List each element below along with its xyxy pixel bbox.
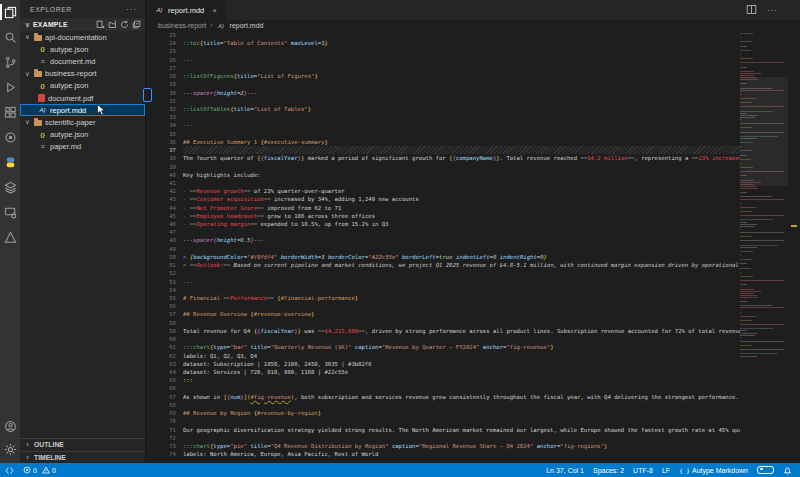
code-line-33[interactable]: 33 xyxy=(146,113,800,121)
tree-item-business-report[interactable]: ∨business-report xyxy=(20,68,145,80)
tree-item-paper-md[interactable]: paper.md xyxy=(20,141,145,153)
code-line-67[interactable]: 67As shown in [{num}](#fig-revenue), bot… xyxy=(146,393,800,401)
code-line-35[interactable]: 35 xyxy=(146,130,800,138)
code-line-34[interactable]: 34--- xyxy=(146,121,800,129)
language-mode-status[interactable]: { } Autype Markdown xyxy=(679,467,748,474)
code-line-45[interactable]: 45- ==Employee headcount== grew to 186 a… xyxy=(146,212,800,220)
tree-item-autype-json[interactable]: autype.json xyxy=(20,80,145,92)
settings-gear-icon[interactable] xyxy=(2,441,18,457)
minimap-slider[interactable] xyxy=(740,77,788,186)
cursor-position-status[interactable]: Ln 37, Col 1 xyxy=(546,467,584,474)
code-line-70[interactable]: 70 xyxy=(146,417,800,425)
search-icon[interactable] xyxy=(2,29,18,45)
code-editor[interactable]: 2324::toc{title="Table of Contents" maxL… xyxy=(146,31,800,463)
python-icon[interactable] xyxy=(2,154,18,170)
tree-item-document-md[interactable]: document.md xyxy=(20,55,145,67)
outline-panel-header[interactable]: › OUTLINE xyxy=(20,439,145,451)
eol-status[interactable]: LF xyxy=(662,467,670,474)
code-line-30[interactable]: 30---spacer{height=2}--- xyxy=(146,89,800,97)
code-line-41[interactable]: 41 xyxy=(146,179,800,187)
tab-report-mdd[interactable]: report.mdd × xyxy=(146,0,227,20)
code-line-64[interactable]: 64dataset: Services | 720, 810, 980, 118… xyxy=(146,368,800,376)
breadcrumb-folder[interactable]: business-report xyxy=(158,22,206,29)
code-line-43[interactable]: 43- ==Customer acquisition== increased b… xyxy=(146,195,800,203)
tree-item-api-documentation[interactable]: ∨api-documentation xyxy=(20,31,145,43)
code-line-59[interactable]: 59Total revenue for Q4 {{fiscalYear}} wa… xyxy=(146,327,800,335)
code-line-69[interactable]: 69## Revenue by Region {#revenue-by-regi… xyxy=(146,409,800,417)
remote-preview-icon[interactable] xyxy=(2,204,18,220)
remote-indicator-icon[interactable] xyxy=(5,466,14,475)
code-line-47[interactable]: 47 xyxy=(146,228,800,236)
close-icon[interactable]: × xyxy=(212,6,217,15)
tree-item-autype-json[interactable]: autype.json xyxy=(20,43,145,55)
source-control-icon[interactable] xyxy=(2,54,18,70)
code-line-40[interactable]: 40Key highlights include: xyxy=(146,171,800,179)
new-folder-icon[interactable] xyxy=(107,20,117,30)
code-line-60[interactable]: 60 xyxy=(146,335,800,343)
code-line-26[interactable]: 26--- xyxy=(146,56,800,64)
code-line-44[interactable]: 44- ==Net Promoter Score== improved from… xyxy=(146,204,800,212)
code-line-48[interactable]: 48---spacer{height=0.5}--- xyxy=(146,236,800,244)
timeline-panel-header[interactable]: › TIMELINE xyxy=(20,451,145,464)
code-line-31[interactable]: 31 xyxy=(146,97,800,105)
code-line-36[interactable]: 36## Executive Summary 1 {#executive-sum… xyxy=(146,138,800,146)
code-line-54[interactable]: 54 xyxy=(146,286,800,294)
test-icon[interactable] xyxy=(2,129,18,145)
tree-item-scientific-paper[interactable]: ∨scientific-paper xyxy=(20,116,145,128)
code-line-61[interactable]: 61:::chart{type="bar" title="Quarterly R… xyxy=(146,343,800,351)
code-line-49[interactable]: 49 xyxy=(146,245,800,253)
breadcrumb-file[interactable]: report.mdd xyxy=(230,22,264,29)
code-line-23[interactable]: 23 xyxy=(146,31,800,39)
code-line-39[interactable]: 39 xyxy=(146,163,800,171)
notifications-bell-icon[interactable] xyxy=(783,466,792,475)
code-line-72[interactable]: 72 xyxy=(146,434,800,442)
code-line-52[interactable]: 52 xyxy=(146,269,800,277)
code-line-51[interactable]: 51> ==Outlook:== Based on current pipeli… xyxy=(146,261,800,269)
code-line-57[interactable]: 57## Revenue Overview {#revenue-overview… xyxy=(146,310,800,318)
encoding-status[interactable]: UTF-8 xyxy=(633,467,653,474)
account-icon[interactable] xyxy=(2,418,18,434)
code-line-66[interactable]: 66 xyxy=(146,384,800,392)
code-line-24[interactable]: 24::toc{title="Table of Contents" maxLev… xyxy=(146,39,800,47)
indentation-status[interactable]: Spaces: 2 xyxy=(593,467,624,474)
layers-icon[interactable] xyxy=(2,179,18,195)
sidebar-more-icon[interactable]: ··· xyxy=(126,5,137,14)
code-line-25[interactable]: 25 xyxy=(146,47,800,55)
errors-status[interactable]: 0 0 xyxy=(23,466,56,474)
code-line-27[interactable]: 27 xyxy=(146,64,800,72)
editor-more-actions-icon[interactable]: ··· xyxy=(767,6,778,15)
code-line-74[interactable]: 74labels: North America, Europe, Asia Pa… xyxy=(146,450,800,458)
code-line-68[interactable]: 68 xyxy=(146,401,800,409)
explorer-icon[interactable] xyxy=(2,4,18,20)
code-line-65[interactable]: 65::: xyxy=(146,376,800,384)
code-line-71[interactable]: 71Our geographic diversification strateg… xyxy=(146,426,800,434)
code-line-62[interactable]: 62labels: Q1, Q2, Q3, Q4 xyxy=(146,352,800,360)
minimap[interactable] xyxy=(740,31,788,463)
code-line-53[interactable]: 53--- xyxy=(146,278,800,286)
code-line-50[interactable]: 50> {backgroundColor="#f0fdf4" borderWid… xyxy=(146,253,800,261)
collapse-all-icon[interactable] xyxy=(131,20,141,30)
split-editor-icon[interactable] xyxy=(746,1,757,19)
code-line-46[interactable]: 46- ==Operating margin== expanded to 18.… xyxy=(146,220,800,228)
toggle-pill-icon[interactable] xyxy=(757,466,774,474)
tree-item-report-mdd[interactable]: report.mdd xyxy=(20,104,145,116)
extensions-icon[interactable] xyxy=(2,104,18,120)
new-file-icon[interactable] xyxy=(95,20,105,30)
code-line-29[interactable]: 29 xyxy=(146,80,800,88)
code-line-37[interactable]: 37 xyxy=(146,146,800,154)
code-line-42[interactable]: 42- ==Revenue growth== of 23% quarter-ov… xyxy=(146,187,800,195)
tree-item-autype-json[interactable]: autype.json xyxy=(20,129,145,141)
tree-item-document-pdf[interactable]: document.pdf xyxy=(20,92,145,104)
refresh-icon[interactable] xyxy=(119,20,129,30)
code-line-55[interactable]: 55# Financial ==Performance== {#financia… xyxy=(146,294,800,302)
code-line-73[interactable]: 73:::chart{type="pie" title="Q4 Revenue … xyxy=(146,442,800,450)
code-line-38[interactable]: 38The fourth quarter of {{fiscalYear}} m… xyxy=(146,154,800,162)
overview-ruler[interactable] xyxy=(788,31,800,463)
code-line-56[interactable]: 56 xyxy=(146,302,800,310)
workspace-section-header[interactable]: ∨ EXAMPLE xyxy=(20,18,145,31)
prism-icon[interactable] xyxy=(2,229,18,245)
code-line-28[interactable]: 28::listOfFigures{title="List of Figures… xyxy=(146,72,800,80)
run-debug-icon[interactable] xyxy=(2,79,18,95)
code-line-63[interactable]: 63dataset: Subscription | 1850, 2100, 24… xyxy=(146,360,800,368)
code-line-32[interactable]: 32::listOfTables{title="List of Tables"} xyxy=(146,105,800,113)
